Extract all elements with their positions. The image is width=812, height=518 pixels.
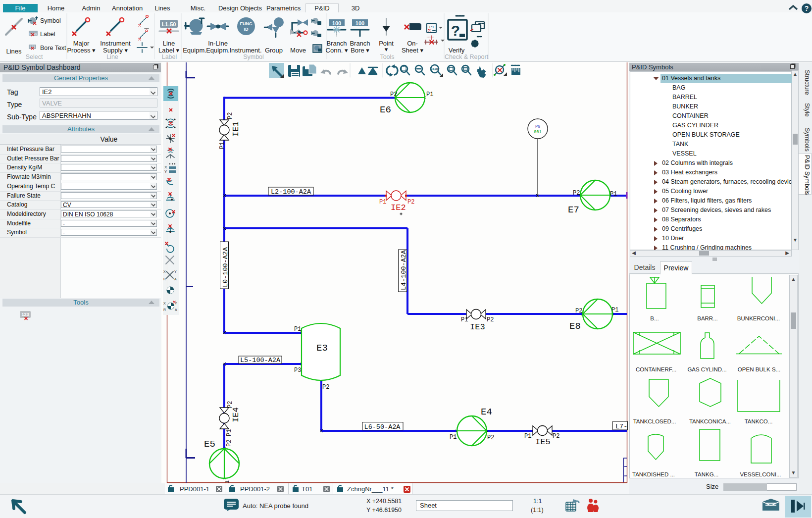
svg-text:Move: Move	[290, 47, 306, 54]
svg-text:Tools: Tools	[380, 53, 394, 60]
svg-text:P1: P1	[524, 433, 531, 440]
svg-text:T01: T01	[302, 485, 312, 493]
svg-text:IE1: IE1	[231, 121, 241, 137]
svg-text:Select: Select	[26, 53, 43, 60]
svg-text:FUNC: FUNC	[240, 21, 253, 26]
svg-text:Y: Y	[164, 169, 167, 174]
svg-text:X: X	[163, 302, 166, 305]
svg-text:100: 100	[332, 20, 341, 26]
svg-text:NAME: NAME	[430, 68, 439, 71]
svg-text:P2: P2	[487, 434, 494, 441]
svg-text:P2: P2	[487, 316, 494, 323]
svg-text:Bore ▾: Bore ▾	[351, 47, 369, 54]
svg-text:P1: P1	[379, 199, 386, 206]
svg-text:E8: E8	[569, 321, 581, 332]
svg-text:Line: Line	[163, 40, 175, 47]
svg-text:P1: P1	[450, 434, 457, 441]
svg-text:Label ▾: Label ▾	[158, 47, 179, 54]
svg-text:Symbol: Symbol	[243, 53, 264, 60]
svg-text:P1: P1	[426, 91, 433, 98]
svg-text:?: ?	[805, 4, 809, 12]
svg-text:P1: P1	[219, 142, 226, 149]
svg-text:Equipm.: Equipm.	[183, 47, 206, 54]
svg-text:PG: PG	[535, 124, 540, 129]
svg-text:R: R	[163, 308, 166, 311]
svg-text:E5: E5	[204, 439, 215, 450]
svg-text:L5-100-A2A: L5-100-A2A	[240, 357, 281, 364]
svg-text:IE3: IE3	[470, 322, 485, 332]
svg-text:L6-50-A2A: L6-50-A2A	[364, 423, 401, 431]
svg-text:BUNKERCONI...: BUNKERCONI...	[737, 315, 780, 321]
svg-text:001: 001	[534, 130, 541, 135]
svg-text:P2: P2	[407, 199, 414, 206]
svg-text:X: X	[163, 270, 166, 273]
svg-text:IE4: IE4	[231, 407, 241, 422]
svg-text:E4: E4	[481, 407, 492, 417]
svg-text:IE2: IE2	[391, 203, 406, 212]
svg-text:Bore Text: Bore Text	[40, 45, 66, 52]
svg-text:P2: P2	[390, 91, 397, 98]
svg-text:TANKG...: TANKG...	[695, 471, 718, 477]
svg-text:P3: P3	[294, 367, 301, 374]
svg-text:Label: Label	[40, 31, 55, 38]
svg-text:P1: P1	[461, 316, 468, 323]
svg-text:Verify: Verify	[449, 47, 465, 54]
svg-text:P1: P1	[610, 191, 617, 198]
svg-text:A: A	[174, 277, 177, 281]
svg-text:On-: On-	[407, 40, 418, 47]
svg-text:IE5: IE5	[535, 437, 551, 447]
svg-text:E7: E7	[568, 205, 579, 215]
svg-text:GAS CYLIND...: GAS CYLIND...	[687, 366, 726, 372]
svg-text:P2: P2	[227, 401, 234, 408]
svg-text:P2: P2	[553, 433, 559, 440]
svg-text:Group: Group	[265, 47, 283, 54]
svg-text:P1: P1	[611, 307, 618, 313]
svg-text:L0-100-A2A: L0-100-A2A	[222, 247, 229, 287]
svg-text:Line: Line	[106, 53, 118, 60]
svg-text:Equipm.: Equipm.	[206, 47, 230, 54]
svg-text:P1: P1	[429, 25, 434, 29]
svg-text:Instrument.: Instrument.	[229, 47, 261, 54]
svg-text:▾: ▾	[385, 46, 388, 53]
svg-text:P2: P2	[322, 384, 329, 391]
svg-text:Major: Major	[73, 40, 90, 47]
svg-text:Branch: Branch	[350, 40, 370, 47]
svg-text:Branch: Branch	[326, 40, 347, 47]
svg-text:P2: P2	[573, 190, 580, 197]
svg-text:E6: E6	[380, 104, 391, 115]
svg-text:?: ?	[451, 22, 460, 39]
svg-text:L2-100-A2A: L2-100-A2A	[271, 188, 311, 196]
svg-text:R: R	[163, 277, 166, 281]
svg-text:TANKCO...: TANKCO...	[745, 418, 773, 424]
svg-text:BARR...: BARR...	[697, 315, 718, 321]
svg-text:A: A	[175, 308, 177, 311]
svg-text:OPEN BULK S...: OPEN BULK S...	[738, 366, 780, 372]
svg-text:TANKCLOSED...: TANKCLOSED...	[633, 418, 676, 424]
svg-text:Instrument: Instrument	[100, 40, 131, 47]
svg-text:P1: P1	[294, 326, 301, 333]
svg-text:Label: Label	[162, 53, 177, 60]
svg-text:P2: P2	[227, 112, 234, 119]
svg-text:ZchngNr___11 *: ZchngNr___11 *	[347, 485, 394, 493]
svg-text:Lines: Lines	[6, 48, 22, 55]
svg-text:Y: Y	[174, 270, 177, 273]
svg-text:100: 100	[355, 20, 364, 26]
svg-text:TANKCONICA...: TANKCONICA...	[689, 418, 731, 424]
svg-text:L1-50: L1-50	[162, 21, 176, 27]
svg-text:ID: ID	[244, 27, 249, 32]
svg-text:P1: P1	[226, 429, 233, 436]
svg-text:X: X	[164, 165, 167, 169]
svg-text:Supply ▾: Supply ▾	[103, 47, 128, 54]
svg-text:Check & Report: Check & Report	[445, 53, 489, 60]
svg-text:L7-: L7-	[615, 423, 627, 430]
svg-text:con non: con non	[427, 36, 434, 38]
svg-text:PPD001-1: PPD001-1	[180, 485, 209, 493]
svg-text:CONTAINERF...: CONTAINERF...	[636, 366, 676, 372]
svg-text:B...: B...	[650, 315, 659, 321]
svg-text:PPD001-2: PPD001-2	[240, 485, 270, 493]
svg-text:Process ▾: Process ▾	[67, 47, 96, 54]
svg-text:P2: P2	[226, 440, 233, 447]
svg-text:In-Line: In-Line	[208, 40, 228, 47]
svg-text:VESSELCONI...: VESSELCONI...	[740, 471, 781, 477]
svg-text:TANKDISHED ...: TANKDISHED ...	[632, 471, 675, 477]
